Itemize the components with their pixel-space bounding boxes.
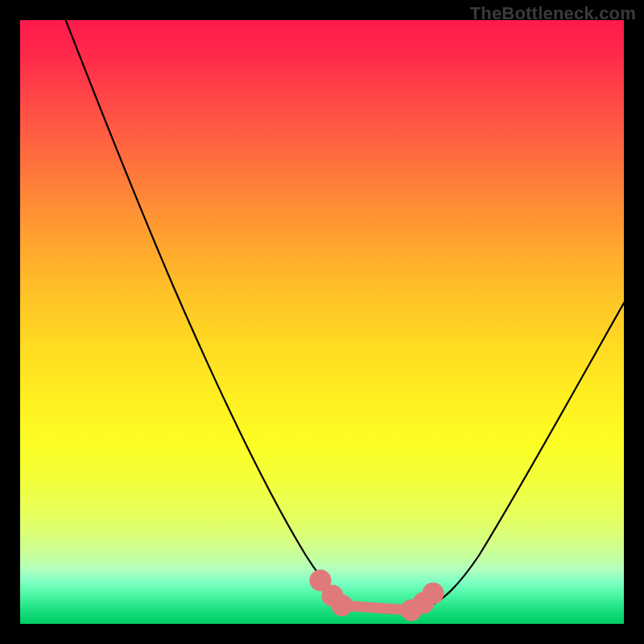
svg-point-3 (336, 600, 348, 611)
chart-frame: TheBottleneck.com (0, 0, 644, 644)
marker-band (315, 575, 439, 616)
curve-path (56, 20, 624, 613)
bottleneck-curve (20, 20, 624, 624)
svg-point-0 (315, 575, 326, 586)
svg-point-6 (427, 588, 439, 599)
chart-plot-area (20, 20, 624, 624)
watermark-text: TheBottleneck.com (470, 3, 636, 24)
